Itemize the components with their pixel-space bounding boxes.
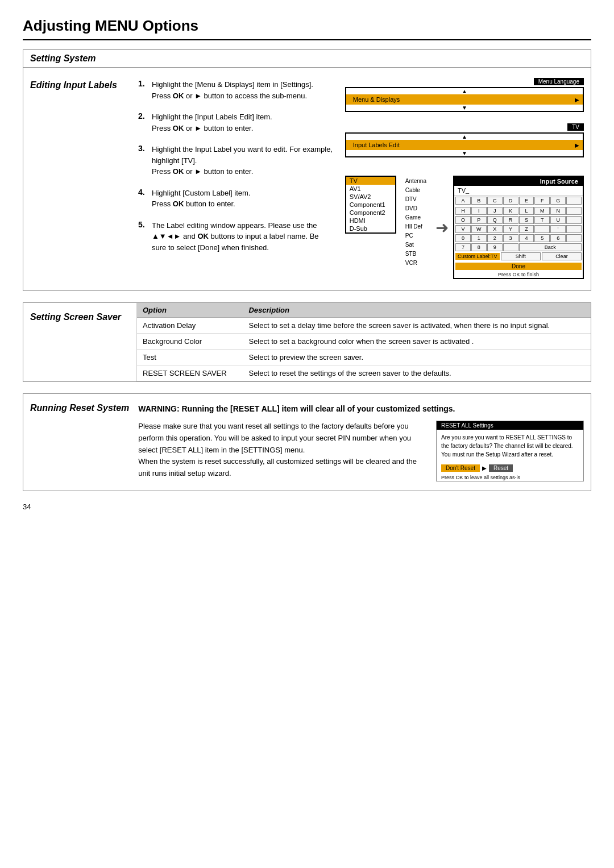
option-bg-color: Background Color [137, 334, 243, 350]
key-r[interactable]: R [503, 216, 518, 224]
key-empty-7 [503, 243, 518, 251]
key-q[interactable]: Q [487, 216, 503, 224]
steps-column: 1. Highlight the [Menu & Displays] item … [138, 79, 334, 279]
setting-system-section: Setting System Editing Input Labels 1. H… [23, 49, 591, 291]
key-apostrophe[interactable]: ' [550, 225, 566, 233]
cable-item: Cable [405, 186, 426, 195]
custom-label-tag: Custom Label:TV [455, 253, 500, 260]
done-bar[interactable]: Done [455, 263, 582, 270]
game-item: Game [405, 213, 426, 222]
warning-text: WARNING: Running the [RESET ALL] item wi… [138, 403, 584, 415]
step-4-number: 4. [138, 188, 148, 210]
editing-input-labels-content: Editing Input Labels 1. Highlight the [M… [23, 68, 591, 290]
step-3-number: 3. [138, 144, 148, 177]
reset-system-section: Running Reset System WARNING: Running th… [23, 393, 591, 491]
key-f[interactable]: F [534, 197, 550, 205]
input-labels-diagram: TV ▲ Input Labels Edit ▶ ▼ [345, 132, 584, 157]
option-reset-screen: RESET SCREEN SAVER [137, 366, 243, 381]
desc-activation-delay: Select to set a delay time before the sc… [243, 318, 591, 334]
step-4-text: Highlight [Custom Label] item. Press OK … [152, 188, 250, 210]
reset-body-area: Please make sure that you want reset all… [138, 421, 584, 481]
key-d[interactable]: D [503, 197, 518, 205]
key-shift[interactable]: Shift [501, 252, 541, 260]
key-s[interactable]: S [519, 216, 534, 224]
key-i[interactable]: I [471, 207, 487, 215]
key-l[interactable]: L [519, 207, 534, 215]
key-h[interactable]: H [455, 207, 471, 215]
key-2[interactable]: 2 [487, 234, 503, 242]
table-row: Background Color Select to set a backgro… [137, 334, 591, 350]
menu-displays-row: Menu & Displays ▶ [346, 94, 583, 105]
key-b[interactable]: B [471, 197, 487, 205]
reset-dialog: RESET ALL Settings Are you sure you want… [436, 421, 584, 481]
reset-button[interactable]: Reset [489, 464, 513, 472]
tv-label-float: TV [567, 123, 584, 131]
arrow-up-2: ▲ [346, 134, 583, 140]
dtv-item: DTV [405, 195, 426, 204]
key-z[interactable]: Z [519, 225, 534, 233]
key-5[interactable]: 5 [534, 234, 550, 242]
screen-saver-section: Setting Screen Saver Option Description … [23, 302, 591, 382]
key-9[interactable]: 9 [487, 243, 503, 251]
key-clear[interactable]: Clear [542, 252, 582, 260]
key-y[interactable]: Y [503, 225, 518, 233]
key-k[interactable]: K [503, 207, 518, 215]
step-5-text: The Label editing window appears. Please… [152, 220, 334, 254]
key-empty-6 [566, 234, 582, 242]
sat-item: Sat [405, 240, 426, 250]
arrow-right-icon: ➜ [435, 218, 449, 237]
key-n[interactable]: N [550, 207, 566, 215]
step-2-text: Highlight the [Input Labels Edit] item. … [152, 111, 272, 134]
key-p[interactable]: P [471, 216, 487, 224]
pc-item: PC [405, 231, 426, 240]
reset-title: Running Reset System [30, 403, 129, 481]
menu-displays-mockup: ▲ Menu & Displays ▶ ▼ [345, 87, 584, 112]
key-0[interactable]: 0 [455, 234, 471, 242]
key-u[interactable]: U [550, 216, 566, 224]
dont-reset-button[interactable]: Don't Reset [441, 464, 480, 472]
key-e[interactable]: E [519, 197, 534, 205]
key-x[interactable]: X [487, 225, 503, 233]
antenna-item: Antenna [405, 177, 426, 186]
key-a[interactable]: A [455, 197, 471, 205]
key-8[interactable]: 8 [471, 243, 487, 251]
table-row: Test Select to preview the screen saver. [137, 350, 591, 366]
diagrams-column: Menu Language ▲ Menu & Displays ▶ ▼ TV ▲… [345, 79, 584, 279]
editing-input-labels-title: Editing Input Labels [30, 79, 127, 279]
step-5: 5. The Label editing window appears. Ple… [138, 220, 334, 254]
key-j[interactable]: J [487, 207, 503, 215]
input-component2: Component2 [346, 209, 395, 217]
keyboard-row-1: A B C D E F G [454, 196, 583, 206]
menu-displays-tag: Menu & Displays [350, 95, 404, 103]
key-c[interactable]: C [487, 197, 503, 205]
input-list-box: TV AV1 SV/AV2 Component1 Component2 HDMI… [345, 176, 396, 234]
reset-main: WARNING: Running the [RESET ALL] item wi… [138, 403, 584, 481]
page-number: 34 [23, 502, 591, 511]
table-row: RESET SCREEN SAVER Select to reset the s… [137, 366, 591, 381]
input-source-tv-label: TV_ [454, 186, 583, 196]
vcr-item: VCR [405, 259, 426, 268]
key-4[interactable]: 4 [519, 234, 534, 242]
key-back[interactable]: Back [519, 243, 582, 251]
step-5-number: 5. [138, 220, 148, 254]
reset-dialog-title: RESET ALL Settings [437, 421, 583, 430]
menu-displays-diagram: Menu Language ▲ Menu & Displays ▶ ▼ [345, 87, 584, 112]
keyboard-row-5: 0 1 2 3 4 5 6 [454, 233, 583, 242]
option-header: Option [137, 303, 243, 318]
key-t[interactable]: T [534, 216, 550, 224]
key-empty-3 [566, 216, 582, 224]
reset-content: Running Reset System WARNING: Running th… [23, 394, 591, 491]
keyboard-row-3: O P Q R S T U [454, 215, 583, 224]
key-1[interactable]: 1 [471, 234, 487, 242]
key-6[interactable]: 6 [550, 234, 566, 242]
key-7[interactable]: 7 [455, 243, 471, 251]
menu-arrow-right-2: ▶ [575, 142, 579, 148]
reset-body-text: Please make sure that you want reset all… [138, 421, 427, 481]
key-o[interactable]: O [455, 216, 471, 224]
input-dsub: D-Sub [346, 225, 395, 232]
key-3[interactable]: 3 [503, 234, 518, 242]
key-m[interactable]: M [534, 207, 550, 215]
key-g[interactable]: G [550, 197, 566, 205]
key-v[interactable]: V [455, 225, 471, 233]
key-w[interactable]: W [471, 225, 487, 233]
